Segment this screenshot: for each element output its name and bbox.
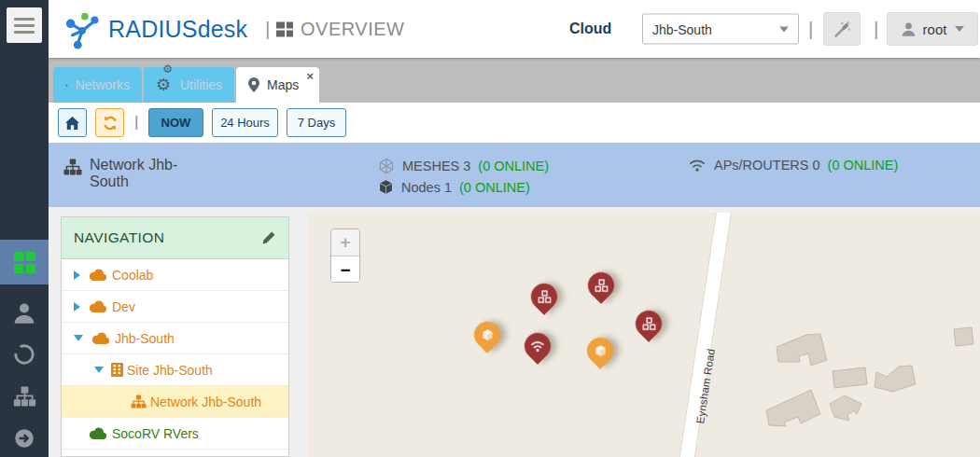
username: root (923, 21, 947, 37)
now-button[interactable]: NOW (148, 108, 203, 137)
stat-online: (0 ONLINE) (478, 159, 549, 173)
network-title: Network Jhb-South (90, 157, 209, 191)
nav-item-label: Dev (112, 299, 135, 314)
zoom-out-button[interactable]: − (331, 256, 359, 283)
map-marker-wifi[interactable] (519, 327, 556, 365)
nav-item-coolab[interactable]: Coolab (62, 259, 288, 291)
user-icon (12, 301, 36, 325)
cloud-select[interactable]: Jhb-South (642, 14, 799, 45)
nav-item-jhb-south[interactable]: Jhb-South (62, 323, 288, 354)
node-icon (474, 322, 500, 348)
radiusdesk-app: { "header": { "app_name": "RADIUSdesk", … (0, 0, 980, 457)
nav-item-socorv-rvers[interactable]: SocoRV RVers (62, 418, 288, 450)
navigation-title: NAVIGATION (74, 229, 164, 246)
map-marker-node[interactable] (469, 316, 506, 353)
navigation-header: NAVIGATION (62, 217, 288, 259)
sitemap-icon (131, 395, 147, 409)
rail-item-users[interactable] (0, 291, 49, 336)
header-separator: | (265, 18, 270, 40)
user-menu-button[interactable]: root (887, 12, 978, 46)
header-separator: | (808, 18, 813, 40)
menu-icon[interactable] (7, 7, 42, 43)
mesh-icon (588, 272, 614, 298)
nav-item-label: Coolab (112, 268, 153, 283)
node-icon (587, 338, 613, 364)
zoom-in-button[interactable]: + (331, 229, 359, 256)
nodes-stat: Nodes 1 (0 ONLINE) (378, 179, 530, 195)
map-zoom-control: + − (330, 228, 360, 283)
nav-item-network-jhb-south[interactable]: Network Jhb-South (62, 386, 288, 418)
nav-item-label: SocoRV RVers (112, 426, 199, 441)
map-toolbar: | NOW 24 Hours 7 Days (49, 103, 980, 143)
rail-item-network[interactable] (0, 374, 49, 419)
wizard-button[interactable] (823, 12, 861, 46)
cloud-select-value: Jhb-South (652, 21, 712, 36)
nav-item-label: Jhb-South (115, 331, 175, 346)
overview-grid-icon (276, 21, 293, 36)
stat-label: APs/ROUTERS 0 (714, 158, 820, 173)
map-canvas[interactable]: Eynsham Road + − (308, 213, 980, 457)
days7-button[interactable]: 7 Days (287, 108, 346, 137)
map-marker-mesh[interactable] (582, 267, 620, 304)
mesh-icon (636, 311, 662, 337)
wifi-icon (525, 333, 551, 359)
nav-item-dev[interactable]: Dev (62, 291, 288, 323)
left-rail (0, 0, 49, 457)
expander-expanded-icon[interactable] (94, 367, 104, 373)
nav-item-south-africa[interactable]: South Africa (62, 450, 288, 457)
stat-label: Nodes 1 (401, 180, 452, 195)
nav-item-label: Network Jhb-South (150, 395, 261, 409)
expander-collapsed-icon[interactable] (74, 270, 80, 280)
cloud-icon (88, 427, 108, 440)
wifi-icon (688, 158, 707, 173)
cloud-icon (88, 300, 108, 313)
magic-wand-icon (833, 20, 852, 39)
tab-label: Networks (76, 77, 130, 92)
navigation-panel: NAVIGATION Coolab Dev Jhb-South (61, 216, 289, 457)
nav-item-site-jhb-south[interactable]: Site Jhb-South (62, 354, 288, 386)
aps-stat: APs/ROUTERS 0 (0 ONLINE) (688, 158, 898, 173)
radiusdesk-logo-icon (63, 8, 103, 49)
rail-item-dashboard[interactable] (0, 240, 49, 284)
app-header: RADIUSdesk | OVERVIEW Cloud Jhb-South | … (49, 0, 980, 58)
tab-bar: Networks ⚙⚙ Utilities Maps × (49, 58, 980, 103)
tab-maps[interactable]: Maps × (236, 67, 319, 103)
tab-label: Maps (267, 77, 299, 92)
ring-icon (12, 342, 36, 367)
cloud-icon (88, 269, 108, 282)
refresh-button[interactable] (95, 108, 124, 137)
pencil-icon[interactable] (261, 230, 276, 245)
dropdown-caret-icon (779, 26, 789, 32)
mesh-icon (531, 284, 557, 310)
mesh-hexagon-icon (378, 158, 395, 174)
refresh-icon (102, 115, 119, 132)
tab-networks[interactable]: Networks (53, 67, 142, 103)
expander-expanded-icon[interactable] (74, 335, 83, 341)
network-info-bar: Network Jhb-South MESHES 3 (0 ONLINE) No… (49, 143, 980, 207)
home-button[interactable] (58, 108, 87, 137)
map-pin-icon (248, 77, 259, 92)
rail-item-activity[interactable] (0, 332, 49, 377)
map-marker-mesh[interactable] (525, 278, 563, 315)
sitemap-icon (13, 386, 36, 407)
hours24-button[interactable]: 24 Hours (212, 108, 278, 137)
rail-item-exit[interactable] (0, 416, 49, 457)
toolbar-separator: | (134, 113, 138, 132)
dashboard-grid-icon (14, 252, 35, 273)
expander-collapsed-icon[interactable] (74, 302, 80, 312)
map-marker-mesh[interactable] (630, 305, 667, 342)
gears-icon: ⚙⚙ (156, 76, 173, 93)
home-icon (64, 116, 80, 131)
tab-utilities[interactable]: ⚙⚙ Utilities (144, 67, 234, 103)
stat-online: (0 ONLINE) (828, 158, 899, 173)
app-name: RADIUSdesk (108, 16, 247, 43)
marker-layer (308, 213, 980, 457)
caret-down-icon (955, 26, 964, 32)
cloud-label: Cloud (569, 21, 611, 37)
header-separator: | (874, 18, 878, 40)
close-icon[interactable]: × (306, 70, 314, 82)
sitemap-icon (65, 78, 68, 92)
map-marker-node[interactable] (581, 332, 619, 369)
stat-online: (0 ONLINE) (459, 180, 530, 195)
tab-label: Utilities (180, 77, 222, 92)
